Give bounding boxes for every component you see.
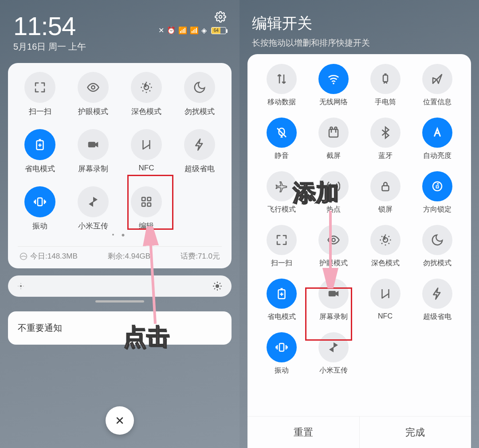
nfc-icon: [370, 279, 400, 309]
toggle-label: 移动数据: [267, 98, 296, 107]
svg-line-57: [388, 243, 389, 244]
toggle-label: 省电模式: [267, 312, 296, 322]
svg-line-35: [220, 283, 220, 284]
toggle-tile-moon[interactable]: 勿扰模式: [173, 72, 226, 117]
edit-panel: 移动数据无线网络手电筒位置信息静音截屏蓝牙自动亮度飞行模式热点锁屏方向锁定扫一扫…: [247, 54, 471, 448]
toggle-label: 振动: [275, 366, 289, 375]
done-button[interactable]: 完成: [359, 417, 471, 448]
toggle-tile-share[interactable]: 小米互传: [307, 332, 359, 375]
svg-rect-15: [88, 142, 95, 148]
gear-icon[interactable]: [215, 11, 226, 23]
toggle-label: 飞行模式: [267, 205, 296, 214]
toggle-tile-video[interactable]: 屏幕录制: [67, 129, 120, 174]
data-today-label: 今日:148.3MB: [30, 251, 78, 261]
toggle-tile-bt[interactable]: 蓝牙: [359, 118, 411, 161]
eye-icon: [318, 225, 349, 255]
toggle-label: 屏幕录制: [78, 164, 108, 174]
right-screenshot: 编辑开关 长按拖动以增删和排序快捷开关 移动数据无线网络手电筒位置信息静音截屏蓝…: [240, 0, 479, 448]
toggle-label: 小米互传: [78, 221, 108, 231]
toggle-tile-video[interactable]: 屏幕录制: [307, 279, 359, 322]
svg-rect-38: [383, 75, 388, 82]
toggle-label: 无线网络: [319, 98, 348, 107]
toggle-tile-flash[interactable]: 手电筒: [359, 64, 411, 107]
toggle-tile-darksun[interactable]: 深色模式: [120, 72, 173, 117]
edit-title: 编辑开关: [252, 13, 467, 34]
drag-handle[interactable]: [95, 300, 144, 303]
data-icon: [20, 252, 27, 260]
toggle-tile-share[interactable]: 小米互传: [67, 186, 120, 231]
bolt-icon: [422, 279, 452, 309]
toggle-tile-eye[interactable]: 护眼模式: [67, 72, 120, 117]
toggle-label: 深色模式: [131, 106, 161, 117]
toggle-label: 勿扰模式: [185, 106, 215, 117]
hotspot-icon: [318, 171, 349, 201]
toggle-label: 超级省电: [423, 312, 452, 322]
brightness-slider[interactable]: [8, 275, 232, 297]
unimportant-notifs-label: 不重要通知: [18, 323, 62, 333]
toggle-tile-mute[interactable]: 静音: [255, 118, 307, 161]
toggle-tile-rotlock[interactable]: 方向锁定: [411, 171, 463, 214]
toggle-label: 静音: [275, 151, 289, 161]
toggle-tile-bolt[interactable]: 超级省电: [173, 129, 226, 174]
autoA-icon: [422, 118, 452, 148]
svg-point-50: [332, 238, 335, 242]
share-icon: [78, 186, 109, 217]
toggle-label: 蓝牙: [378, 151, 393, 161]
screenshot-icon: [318, 118, 349, 148]
darksun-icon: [131, 72, 162, 103]
toggle-tile-moon[interactable]: 勿扰模式: [411, 225, 463, 268]
moon-icon: [184, 72, 215, 103]
plane-icon: [267, 171, 297, 201]
battery-icon: [24, 129, 55, 160]
dnd-status-icon: ✕: [158, 26, 164, 35]
toggle-label: 手电筒: [375, 98, 396, 107]
toggle-tile-scan[interactable]: 扫一扫: [13, 72, 67, 117]
svg-line-32: [214, 283, 215, 284]
toggle-label: 自动亮度: [423, 151, 452, 161]
svg-line-9: [142, 90, 143, 91]
toggle-tile-battery[interactable]: 省电模式: [13, 129, 67, 174]
toggle-tile-eye[interactable]: 护眼模式: [307, 225, 359, 268]
data-icon: [267, 64, 297, 94]
edit-subtitle: 长按拖动以增删和排序快捷开关: [252, 37, 467, 49]
toggle-tile-vibrate[interactable]: 振动: [13, 186, 67, 231]
battery-icon: [267, 279, 297, 309]
toggle-label: 截屏: [326, 151, 341, 161]
toggle-tile-nfc[interactable]: NFC: [120, 129, 173, 174]
svg-point-46: [332, 185, 334, 188]
moon-icon: [422, 225, 452, 255]
clock-date: 5月16日 周一 上午: [13, 41, 86, 53]
phone-bill-label: 话费:71.0元: [181, 251, 220, 261]
toggle-label: 锁屏: [378, 205, 393, 214]
vibrate-icon: [24, 186, 55, 217]
toggle-tile-plane[interactable]: 飞行模式: [255, 171, 307, 214]
grid-icon: [131, 186, 162, 217]
toggle-tile-battery[interactable]: 省电模式: [255, 279, 307, 322]
toggle-label: 深色模式: [371, 259, 400, 268]
toggle-tile-darksun[interactable]: 深色模式: [359, 225, 411, 268]
toggle-tile-screenshot[interactable]: 截屏: [307, 118, 359, 161]
reset-button[interactable]: 重置: [247, 417, 359, 448]
toggle-label: 扫一扫: [271, 259, 292, 268]
page-indicator: • ●: [13, 231, 226, 238]
data-usage-row[interactable]: 今日:148.3MB 剩余:4.94GB 话费:71.0元: [13, 251, 226, 263]
toggle-tile-hotspot[interactable]: 热点: [307, 171, 359, 214]
wifi-status-icon: ◈: [201, 26, 207, 35]
toggle-tile-nfc[interactable]: NFC: [359, 279, 411, 322]
toggle-tile-wifi[interactable]: 无线网络: [307, 64, 359, 107]
close-button[interactable]: [106, 406, 134, 435]
toggle-tile-data[interactable]: 移动数据: [255, 64, 307, 107]
toggle-tile-scan[interactable]: 扫一扫: [255, 225, 307, 268]
flash-icon: [370, 64, 400, 94]
toggle-tile-loc[interactable]: 位置信息: [411, 64, 463, 107]
toggle-tile-grid[interactable]: 编辑: [120, 186, 173, 231]
svg-point-22: [20, 285, 22, 287]
toggle-tile-bolt[interactable]: 超级省电: [411, 279, 463, 322]
toggle-tile-autoA[interactable]: 自动亮度: [411, 118, 463, 161]
toggle-tile-lock[interactable]: 锁屏: [359, 171, 411, 214]
toggle-tile-vibrate[interactable]: 振动: [255, 332, 307, 375]
toggle-label: 护眼模式: [78, 106, 108, 117]
svg-line-7: [142, 83, 143, 84]
toggle-label: 位置信息: [423, 98, 452, 107]
unimportant-notifs-card[interactable]: 不重要通知: [8, 311, 232, 345]
